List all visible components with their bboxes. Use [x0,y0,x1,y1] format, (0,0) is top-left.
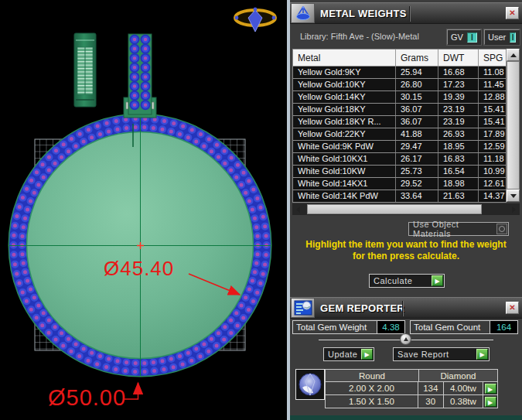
table-row[interactable]: Yellow Gold:18KY R... 36.07 23.19 15.41 [293,115,506,128]
metal-weights-titlebar[interactable]: METAL WEIGHTS ✕ [290,2,522,24]
titlebar-divider [409,6,411,22]
table-row[interactable]: White Gold:9K PdW 29.47 18.95 12.59 [293,140,506,152]
table-row[interactable]: White Gold:10KW 25.73 16.54 10.99 [293,165,506,177]
total-gem-weight-value: 4.38 [377,321,404,333]
gv-indicator-icon: I [467,32,477,43]
slider-handle[interactable] [400,333,411,345]
horizontal-scrollbar[interactable] [292,203,520,215]
ring-gizmo-icon [235,8,276,32]
panel-title: GEM REPORTER [320,302,404,314]
gem-preview-image [295,369,325,400]
save-report-button[interactable]: Save Report ▶ [393,347,490,361]
gem-icon [298,372,322,397]
table-row[interactable]: White Gold:14K PdW 33.64 21.63 14.37 [293,190,506,202]
scroll-left-icon[interactable] [292,203,304,215]
gem-row-go-button[interactable]: ▶ [483,382,497,394]
library-row: Library: Fifth Ave - (Slow)-Metal GV I U… [290,28,522,46]
shape-header: Round [326,370,419,381]
table-row[interactable]: Yellow Gold:10KY 26.80 17.23 11.45 [293,78,506,90]
update-button[interactable]: Update ▶ [323,347,374,361]
table-row[interactable]: White Gold:10KX1 26.17 16.83 11.18 [293,152,506,165]
panel-title: METAL WEIGHTS [320,8,407,19]
calculate-button[interactable]: Calculate ▶ [369,274,445,288]
gv-toggle-button[interactable]: GV I [447,29,481,45]
column-header-metal: Metal [293,50,396,66]
scrollbar-thumb[interactable] [307,204,482,214]
gem-table-row[interactable]: 1.50 X 1.50 30 0.38tw ▶ [325,395,498,408]
tool-panels: METAL WEIGHTS ✕ Library: Fifth Ave - (Sl… [290,0,522,420]
column-header-grams: Grams [396,50,438,66]
table-row[interactable]: Yellow Gold:14KY 30.15 19.39 12.88 [293,90,506,103]
user-indicator-icon: I [510,32,516,43]
total-gem-weight-field: Total Gem Weight 4.38 [292,320,405,334]
viewport-canvas[interactable] [0,0,290,420]
gem-totals-row: Total Gem Weight 4.38 Total Gem Count 16… [290,320,522,334]
gem-reporter-titlebar[interactable]: GEM REPORTER ✕ [290,297,522,319]
viewport-3d[interactable]: Ø45.40 Ø50.00 [0,0,290,420]
close-icon[interactable]: ✕ [506,7,519,19]
gem-row-go-button[interactable]: ▶ [483,395,497,408]
table-row[interactable]: Yellow Gold:18KY 36.07 23.19 15.41 [293,103,506,115]
type-header: Diamond [419,370,497,381]
column-header-spg: SPG [479,50,506,66]
gem-table-header: Round Diamond [325,369,498,382]
table-row[interactable]: White Gold:14KX1 29.52 18.98 12.61 [293,177,506,190]
clasp-model[interactable] [124,34,156,118]
play-icon: ▶ [485,384,496,394]
table-header-row: Metal Grams DWT SPG [293,50,506,66]
metal-weights-table: Metal Grams DWT SPG Yellow Gold:9KY 25.9… [292,49,507,203]
instruction-text: Highlight the item you want to find the … [290,239,522,262]
table-row[interactable]: Yellow Gold:9KY 25.94 16.68 11.08 [293,66,506,78]
vertical-scrollbar[interactable] [507,49,520,202]
column-header-dwt: DWT [438,50,479,66]
table-row[interactable]: Yellow Gold:22KY 41.88 26.93 17.89 [293,128,506,140]
close-icon[interactable]: ✕ [506,302,519,314]
dimension-outer-diameter: Ø50.00 [48,385,126,411]
gem-report-table: Round Diamond 2.00 X 2.00 134 4.00tw ▶ 1… [325,369,498,408]
play-icon: ▶ [432,275,443,286]
scroll-right-icon[interactable] [508,203,520,215]
radio-icon [496,224,507,234]
total-gem-count-value: 164 [490,321,517,333]
user-toggle-button[interactable]: User I [484,29,520,45]
scroll-up-icon[interactable] [507,49,520,61]
titlebar-divider [402,301,404,316]
scroll-down-icon[interactable] [507,190,520,202]
gem-report-icon [291,298,315,318]
play-icon: ▶ [476,349,488,360]
play-icon: ▶ [485,397,496,407]
size-gauge-model[interactable] [74,33,96,107]
use-object-materials-button[interactable]: Use Object Materials [408,222,509,236]
dimension-inner-diameter: Ø45.40 [104,257,174,281]
library-label: Library: Fifth Ave - (Slow)-Metal [300,32,419,41]
gem-table-row[interactable]: 2.00 X 2.00 134 4.00tw ▶ [325,382,498,395]
status-strip [290,415,522,420]
play-icon: ▶ [361,349,373,360]
scale-icon [291,3,315,23]
total-gem-count-field: Total Gem Count 164 [410,320,518,334]
scrollbar-thumb[interactable] [507,61,520,190]
application-window: Ø45.40 Ø50.00 METAL WEIGHTS ✕ Library: F… [0,0,522,420]
